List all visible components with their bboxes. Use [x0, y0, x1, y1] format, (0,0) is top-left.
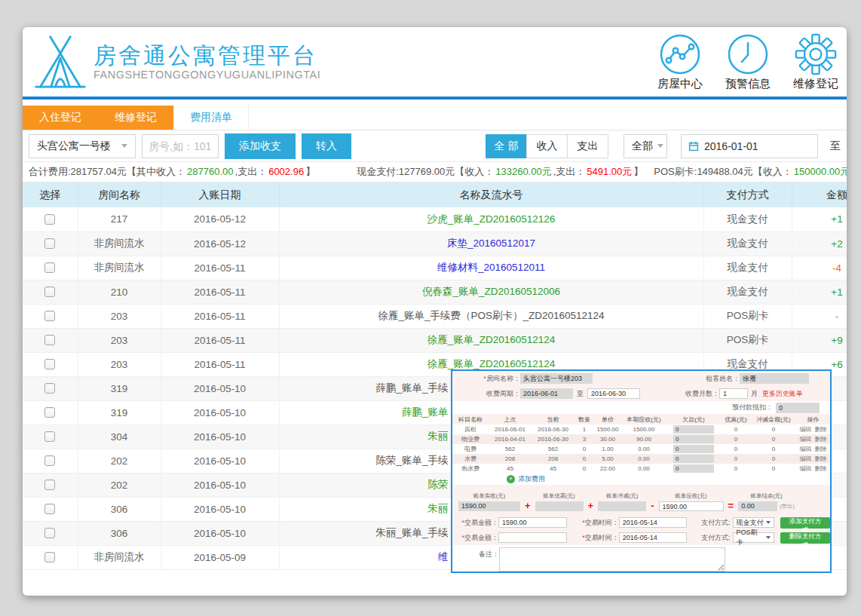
row-checkbox[interactable] — [44, 455, 55, 466]
delete-link[interactable]: 删除 — [815, 426, 827, 433]
summary-bar: 合计费用:281757.04元【其中收入：287760.00,支出：6002.9… — [23, 162, 847, 182]
row-checkbox[interactable] — [44, 383, 55, 394]
delete-link[interactable]: 删除 — [815, 436, 827, 443]
row-checkbox[interactable] — [44, 480, 55, 490]
debt-input[interactable]: 0 — [673, 445, 714, 453]
col-amount: 金额 — [792, 182, 847, 207]
billing-popup: *房间名称： 头宫公寓一号楼203 租客姓名： 徐雁 收费周期： 2016-06… — [451, 369, 832, 573]
row-checkbox[interactable] — [44, 359, 55, 369]
edit-link[interactable]: 编辑 — [800, 426, 812, 433]
trade-amount-input[interactable]: 1590.00 — [498, 517, 567, 528]
scope-expense-button[interactable]: 支出 — [567, 134, 608, 158]
filter-bar: 头宫公寓一号楼 添加收支 转入 全 部 收入 支出 全部 2016-01-01 … — [23, 130, 847, 162]
trade-time-label: 交易时间： — [585, 534, 619, 541]
period-to-field[interactable]: 2016-06-30 — [587, 388, 640, 399]
bill-summary: 账单实收(元)1590.00 + 账单优惠(元) + 账单冲减(元) - 账单应… — [452, 485, 830, 515]
charge-months-field[interactable]: 1 — [719, 388, 748, 399]
debt-input[interactable]: 0 — [673, 464, 714, 473]
pay-method-label: 支付方式: — [687, 518, 730, 528]
tent-logo-icon — [33, 33, 87, 90]
pay-method-select[interactable]: POS刷卡 — [733, 532, 774, 543]
nav-item-warning-info[interactable]: 预警信息 — [723, 33, 773, 91]
col-select: 选择 — [23, 182, 78, 207]
row-checkbox[interactable] — [44, 311, 55, 321]
record-link[interactable]: 徐雁_账单_ZD20160512124 — [279, 328, 703, 352]
nav-item-house-center[interactable]: 房屋中心 — [655, 33, 705, 91]
col-room: 房间名称 — [78, 182, 161, 207]
scope-all-button[interactable]: 全 部 — [486, 134, 527, 158]
plus-operator: + — [588, 501, 594, 511]
row-checkbox[interactable] — [44, 407, 55, 418]
add-pay-method-button[interactable]: 添加支付方式 — [780, 517, 830, 529]
table-row: 非房间流水2016-05-11维修材料_20160512011现金支付-4 — [23, 256, 847, 280]
record-link[interactable]: 床垫_20160512017 — [279, 231, 703, 256]
bill-receivable-field[interactable]: 1590.00 — [659, 501, 724, 511]
debt-input[interactable]: 0 — [673, 435, 714, 443]
row-checkbox[interactable] — [44, 262, 55, 273]
record-link[interactable]: 沙虎_账单_ZD20160512126 — [279, 207, 703, 231]
plus-operator: + — [525, 501, 531, 511]
row-checkbox[interactable] — [44, 431, 55, 442]
delete-link[interactable]: 删除 — [815, 446, 827, 452]
table-header-row: 选择 房间名称 入账日期 名称及流水号 支付方式 金额 — [23, 182, 847, 207]
chevron-down-icon — [657, 144, 663, 148]
remark-label: 备注： — [452, 547, 499, 559]
row-checkbox[interactable] — [44, 335, 55, 345]
trade-time-input[interactable]: 2016-05-14 — [619, 517, 688, 528]
delete-pay-method-button[interactable]: 删除支付方式 — [780, 532, 830, 544]
trade-amount-label: 交易金额： — [464, 534, 498, 541]
bill-received-field: 1590.00 — [458, 501, 520, 511]
more-history-link[interactable]: 更多历史账单 — [762, 389, 803, 399]
row-checkbox[interactable] — [44, 238, 55, 249]
edit-link[interactable]: 编辑 — [800, 436, 812, 443]
tab-checkin-register[interactable]: 入住登记 — [23, 106, 98, 130]
row-checkbox[interactable] — [44, 504, 55, 514]
date-from-field[interactable]: 2016-01-01 — [681, 134, 818, 158]
bill-offset-field — [598, 501, 646, 511]
table-row: 2102016-05-11倪春森_账单_ZD20160512006现金支付+1 — [23, 280, 847, 304]
remark-textarea[interactable] — [499, 547, 725, 572]
record-link[interactable]: 维修材料_20160512011 — [279, 256, 703, 280]
trade-time-label: 交易时间： — [585, 519, 619, 526]
fee-table: 科目名称上次 当前数量 单价本期应收(元) 欠款(元)优惠(元) 冲减金额(元)… — [452, 414, 830, 473]
transfer-in-button[interactable]: 转入 — [302, 133, 351, 159]
type-select[interactable]: 全部 — [624, 134, 667, 158]
debt-input[interactable]: 0 — [673, 455, 714, 463]
delete-link[interactable]: 删除 — [815, 455, 827, 462]
balance-note: (带出) — [780, 503, 795, 510]
debt-input[interactable]: 0 — [673, 425, 714, 434]
add-fee-link[interactable]: 添加费用 — [518, 474, 545, 484]
fee-row: 电费56256201.000.00000编辑删除 — [452, 444, 830, 454]
fee-header-row: 科目名称上次 当前数量 单价本期应收(元) 欠款(元)优惠(元) 冲减金额(元)… — [452, 414, 830, 424]
prepay-field: 0 — [776, 403, 820, 413]
building-select[interactable]: 头宫公寓一号楼 — [29, 134, 136, 158]
row-checkbox[interactable] — [44, 528, 55, 538]
trade-amount-input[interactable] — [498, 532, 567, 543]
trade-amount-label: 交易金额： — [464, 519, 498, 526]
add-income-expense-button[interactable]: 添加收支 — [225, 133, 296, 159]
row-checkbox[interactable] — [44, 214, 55, 225]
scope-income-button[interactable]: 收入 — [526, 134, 568, 158]
col-name-serial: 名称及流水号 — [279, 182, 703, 207]
tab-expense-list[interactable]: 费用清单 — [173, 106, 249, 130]
table-row: 2032016-05-11徐雁_账单_ZD20160512124POS刷卡+9 — [23, 328, 847, 352]
edit-link[interactable]: 编辑 — [800, 455, 812, 462]
chevron-down-icon — [766, 536, 771, 539]
payment-row: *交易金额： 1590.00 *交易时间： 2016-05-14 支付方式: 现… — [452, 515, 830, 530]
row-checkbox[interactable] — [44, 552, 55, 562]
edit-link[interactable]: 编辑 — [800, 465, 812, 472]
delete-link[interactable]: 删除 — [815, 465, 827, 472]
record-link[interactable]: 倪春森_账单_ZD20160512006 — [279, 280, 703, 304]
pay-method-select[interactable]: 现金支付 — [733, 517, 774, 528]
room-number-input[interactable] — [142, 134, 219, 158]
chevron-down-icon — [766, 521, 771, 524]
nav-item-repair-register[interactable]: 维修登记 — [791, 33, 841, 91]
tab-repair-register[interactable]: 维修登记 — [98, 106, 173, 130]
minus-operator: - — [651, 501, 654, 511]
trade-time-input[interactable]: 2016-05-14 — [619, 532, 688, 543]
table-row: 非房间流水2016-05-12床垫_20160512017现金支付+2 — [23, 231, 847, 256]
edit-link[interactable]: 编辑 — [800, 446, 812, 452]
record-label: 徐雁_账单_手续费（POS刷卡）_ZD20160512124 — [279, 304, 703, 328]
payment-row: *交易金额： *交易时间： 2016-05-14 支付方式: POS刷卡 删除支… — [452, 530, 830, 545]
row-checkbox[interactable] — [44, 287, 55, 297]
